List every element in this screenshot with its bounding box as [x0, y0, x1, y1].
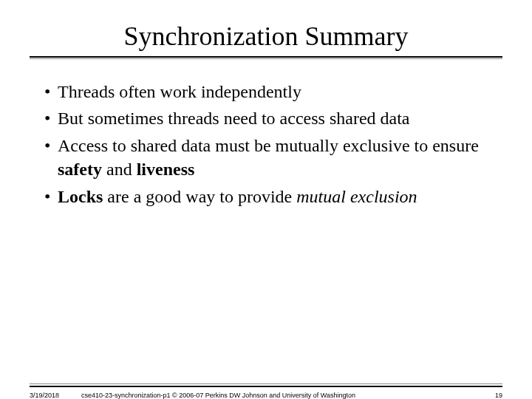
footer-page-number: 19 — [495, 392, 502, 399]
bullet-icon: • — [44, 80, 58, 103]
footer-row: 3/19/2018 cse410-23-synchronization-p1 ©… — [30, 392, 502, 399]
bullet-text: But sometimes threads need to access sha… — [58, 106, 488, 130]
title-underline — [30, 58, 502, 59]
list-item: • But sometimes threads need to access s… — [44, 106, 488, 130]
bullet-text: Locks are a good way to provide mutual e… — [58, 185, 488, 208]
bullet-list: • Threads often work independently • But… — [44, 80, 488, 208]
footer-rule — [30, 386, 502, 387]
bullet-text: Access to shared data must be mutually e… — [58, 134, 488, 182]
footer-date: 3/19/2018 — [30, 392, 59, 399]
slide-title: Synchronization Summary — [30, 21, 502, 58]
list-item: • Access to shared data must be mutually… — [44, 134, 488, 182]
footer-rule — [30, 383, 502, 385]
bullet-icon: • — [44, 106, 58, 130]
slide-footer: 3/19/2018 cse410-23-synchronization-p1 ©… — [30, 383, 502, 399]
slide: Synchronization Summary • Threads often … — [0, 21, 532, 399]
footer-center: cse410-23-synchronization-p1 © 2006-07 P… — [59, 392, 495, 399]
bullet-icon: • — [44, 134, 58, 157]
list-item: • Threads often work independently — [44, 80, 488, 103]
bullet-text: Threads often work independently — [58, 80, 488, 103]
bullet-icon: • — [44, 185, 58, 208]
slide-content: • Threads often work independently • But… — [44, 80, 488, 208]
list-item: • Locks are a good way to provide mutual… — [44, 185, 488, 208]
